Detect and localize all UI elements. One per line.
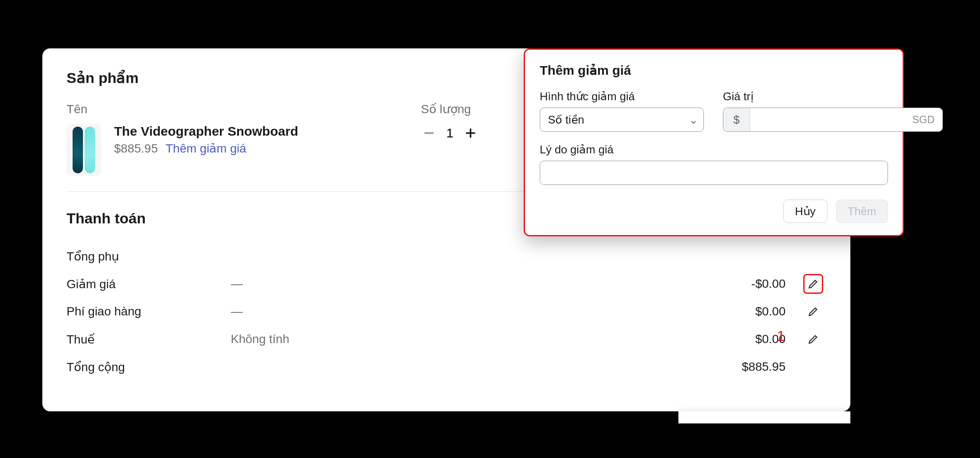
quantity-value: 1 bbox=[445, 126, 455, 140]
quantity-stepper: 1 bbox=[421, 124, 533, 141]
product-price: $885.95 bbox=[114, 142, 158, 156]
add-line-discount-link[interactable]: Thêm giảm giá bbox=[165, 141, 246, 156]
tax-mid: Không tính bbox=[231, 332, 421, 346]
product-subline: $885.95 Thêm giảm giá bbox=[114, 141, 421, 156]
column-name: Tên bbox=[67, 102, 421, 116]
add-discount-popover: Thêm giảm giá Hình thức giảm giá Số tiền… bbox=[524, 48, 904, 236]
column-quantity: Số lượng bbox=[421, 102, 533, 116]
quantity-decrease-button[interactable] bbox=[421, 125, 437, 141]
edit-shipping-button[interactable] bbox=[803, 302, 823, 321]
cancel-button[interactable]: Hủy bbox=[783, 200, 827, 223]
tax-value: $0.00 bbox=[421, 332, 800, 346]
quantity-increase-button[interactable] bbox=[462, 125, 479, 141]
discount-value-input-wrap: $ SGD bbox=[723, 108, 943, 132]
discount-reason-label: Lý do giảm giá bbox=[540, 143, 888, 156]
pencil-icon bbox=[807, 333, 819, 345]
product-info: The Videographer Snowboard $885.95 Thêm … bbox=[114, 124, 421, 156]
subtotal-label: Tổng phụ bbox=[67, 249, 231, 264]
discount-type-label: Hình thức giảm giá bbox=[540, 90, 704, 103]
popover-title: Thêm giảm giá bbox=[540, 63, 888, 78]
snowboard-icon bbox=[73, 127, 83, 173]
discount-type-field: Hình thức giảm giá Số tiền bbox=[540, 90, 704, 132]
discount-mid: — bbox=[231, 277, 421, 291]
edit-tax-button[interactable] bbox=[803, 329, 823, 349]
discount-label: Giảm giá bbox=[67, 277, 231, 291]
discount-type-value: Số tiền bbox=[548, 113, 584, 127]
row-total: Tổng cộng $885.95 bbox=[67, 353, 826, 381]
annotation-1: 1 bbox=[777, 328, 785, 344]
product-thumbnail bbox=[67, 124, 101, 176]
pencil-icon bbox=[807, 305, 819, 318]
shipping-value: $0.00 bbox=[421, 305, 800, 318]
popover-fields: Hình thức giảm giá Số tiền Giá trị $ SGD bbox=[540, 90, 888, 132]
row-discount: Giảm giá — -$0.00 bbox=[67, 270, 826, 298]
minus-icon bbox=[423, 127, 435, 139]
row-shipping: Phí giao hàng — $0.00 bbox=[67, 298, 826, 325]
chevron-down-icon bbox=[690, 116, 697, 124]
discount-value-field: Giá trị $ SGD bbox=[723, 90, 943, 132]
discount-type-select[interactable]: Số tiền bbox=[540, 108, 704, 132]
row-subtotal: Tổng phụ bbox=[67, 242, 826, 270]
product-name: The Videographer Snowboard bbox=[114, 124, 421, 139]
tax-label: Thuế bbox=[67, 332, 231, 347]
currency-symbol: $ bbox=[723, 108, 750, 131]
shipping-label: Phí giao hàng bbox=[67, 305, 231, 318]
popover-actions: Hủy Thêm bbox=[540, 200, 888, 223]
discount-value-label: Giá trị bbox=[723, 90, 943, 103]
snowboard-icon bbox=[85, 127, 95, 173]
row-tax: Thuế Không tính $0.00 bbox=[67, 325, 826, 353]
discount-reason-input[interactable] bbox=[540, 161, 888, 185]
plus-icon bbox=[465, 127, 477, 139]
total-value: $885.95 bbox=[421, 360, 800, 374]
discount-value-input[interactable] bbox=[750, 108, 904, 131]
pencil-icon bbox=[807, 278, 819, 290]
shipping-mid: — bbox=[231, 305, 421, 318]
discount-value: -$0.00 bbox=[421, 277, 800, 291]
total-label: Tổng cộng bbox=[67, 360, 231, 374]
edit-discount-button[interactable] bbox=[803, 274, 823, 294]
currency-code: SGD bbox=[904, 108, 942, 131]
add-button[interactable]: Thêm bbox=[836, 200, 888, 223]
decorative-shadow bbox=[678, 411, 850, 423]
